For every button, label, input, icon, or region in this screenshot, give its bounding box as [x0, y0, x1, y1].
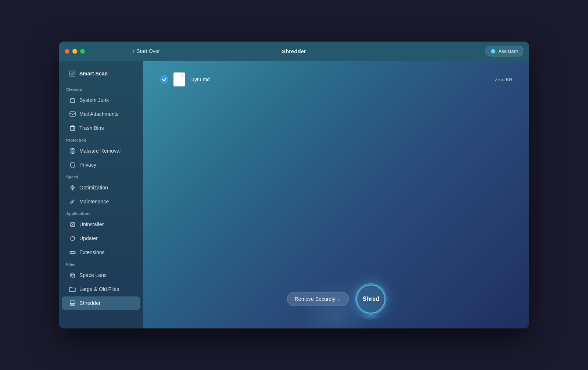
sidebar-item-system-junk[interactable]: System Junk — [62, 93, 140, 107]
privacy-icon — [69, 161, 76, 168]
assistant-dot-icon — [492, 50, 495, 53]
dropdown-arrow-icon: ⌄ — [337, 296, 341, 302]
sidebar-item-trash-bins[interactable]: Trash Bins — [62, 121, 140, 135]
sidebar-item-malware-removal[interactable]: Malware Removal — [62, 144, 140, 157]
sidebar-item-label: Malware Removal — [79, 148, 121, 154]
sidebar: Smart Scan Cleanup System Junk — [59, 61, 143, 328]
sidebar-item-shredder[interactable]: Shredder — [62, 296, 140, 310]
sidebar-item-mail-attachments[interactable]: Mail Attachments — [62, 107, 140, 121]
maximize-button[interactable] — [80, 49, 85, 54]
shredder-icon — [69, 300, 76, 306]
back-button-label: Start Over — [136, 48, 160, 54]
updater-icon — [69, 235, 76, 242]
sidebar-item-uninstaller[interactable]: Uninstaller — [62, 218, 140, 231]
sidebar-section-protection: Protection — [59, 135, 143, 144]
svg-rect-0 — [70, 71, 75, 76]
sidebar-item-extensions[interactable]: Extensions — [62, 246, 140, 259]
svg-point-6 — [72, 187, 73, 188]
shred-button[interactable]: Shred — [356, 284, 386, 314]
sidebar-item-label: Uninstaller — [79, 221, 104, 227]
trash-icon — [69, 125, 76, 131]
space-lens-icon — [69, 272, 76, 278]
sidebar-item-label: Mail Attachments — [79, 111, 119, 117]
minimize-button[interactable] — [72, 49, 77, 54]
remove-securely-label: Remove Securely — [295, 296, 336, 302]
bottom-bar: Remove Securely ⌄ Shred — [143, 277, 529, 328]
malware-icon — [69, 147, 76, 154]
main-content: iuytu.md Zero KB Remove Securely ⌄ Shred — [143, 61, 529, 328]
system-junk-icon — [69, 97, 76, 103]
sidebar-item-label: Trash Bins — [79, 125, 104, 131]
sidebar-item-label: Privacy — [79, 162, 96, 168]
file-list: iuytu.md Zero KB — [143, 61, 529, 277]
shred-button-label: Shred — [363, 296, 379, 302]
sidebar-item-label: System Junk — [79, 97, 109, 103]
assistant-button-label: Assistant — [498, 49, 518, 54]
window-title: Shredder — [282, 48, 306, 54]
titlebar: ‹ Start Over Shredder Assistant — [59, 42, 529, 61]
mail-icon — [69, 111, 76, 117]
traffic-lights — [65, 49, 85, 54]
svg-rect-12 — [174, 73, 185, 86]
sidebar-item-label: Optimization — [79, 185, 108, 191]
smart-scan-label: Smart Scan — [79, 71, 108, 77]
sidebar-item-privacy[interactable]: Privacy — [62, 158, 140, 171]
sidebar-item-optimization[interactable]: Optimization — [62, 181, 140, 194]
svg-point-5 — [72, 150, 74, 152]
titlebar-center: Shredder — [282, 48, 306, 54]
sidebar-item-label: Shredder — [79, 300, 101, 306]
uninstaller-icon — [69, 221, 76, 228]
file-item[interactable]: iuytu.md Zero KB — [154, 68, 518, 91]
sidebar-item-updater[interactable]: Updater — [62, 232, 140, 245]
sidebar-item-space-lens[interactable]: Space Lens — [62, 268, 140, 282]
sidebar-section-cleanup: Cleanup — [59, 84, 143, 93]
assistant-indicator-icon — [491, 49, 495, 53]
file-checkbox[interactable] — [160, 75, 168, 83]
file-icon — [173, 72, 185, 86]
close-button[interactable] — [65, 49, 69, 54]
sidebar-item-maintenance[interactable]: Maintenance — [62, 195, 140, 208]
sidebar-item-label: Large & Old Files — [79, 286, 119, 292]
svg-rect-1 — [71, 99, 75, 103]
back-chevron-icon: ‹ — [132, 48, 134, 54]
svg-point-9 — [70, 273, 75, 277]
file-size: Zero KB — [495, 77, 512, 82]
optimization-icon — [69, 184, 76, 191]
svg-point-10 — [71, 274, 73, 276]
sidebar-section-speed: Speed — [59, 172, 143, 181]
folder-icon — [69, 286, 76, 292]
assistant-button[interactable]: Assistant — [485, 46, 523, 57]
file-name: iuytu.md — [190, 77, 490, 82]
back-button[interactable]: ‹ Start Over — [132, 48, 160, 54]
app-window: ‹ Start Over Shredder Assistant — [59, 42, 529, 328]
sidebar-item-label: Extensions — [79, 249, 104, 255]
smart-scan-icon — [69, 70, 76, 77]
svg-rect-2 — [70, 112, 75, 116]
extensions-icon — [69, 249, 76, 256]
sidebar-section-files: Files — [59, 259, 143, 268]
svg-rect-11 — [70, 301, 75, 304]
sidebar-section-applications: Applications — [59, 209, 143, 217]
sidebar-item-label: Updater — [79, 235, 98, 241]
sidebar-item-label: Space Lens — [79, 272, 107, 278]
window-body: Smart Scan Cleanup System Junk — [59, 61, 529, 328]
svg-rect-3 — [71, 127, 75, 131]
sidebar-item-large-old-files[interactable]: Large & Old Files — [62, 282, 140, 296]
svg-rect-8 — [70, 252, 75, 253]
sidebar-item-label: Maintenance — [79, 199, 109, 204]
remove-securely-button[interactable]: Remove Securely ⌄ — [287, 292, 349, 306]
sidebar-item-smart-scan[interactable]: Smart Scan — [62, 67, 140, 81]
maintenance-icon — [69, 198, 76, 205]
